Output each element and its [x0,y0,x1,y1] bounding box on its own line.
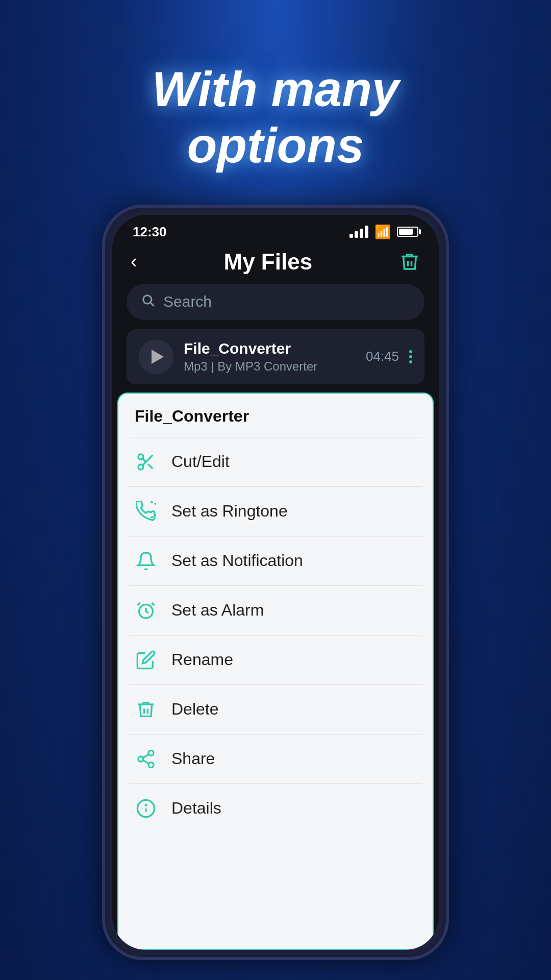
menu-item-set-alarm-label: Set as Alarm [171,601,264,620]
svg-point-8 [145,552,146,554]
phone-screen: 12:30 📶 ‹ My Files [112,215,439,950]
play-button[interactable] [139,339,173,374]
file-name: File_Converter [184,340,356,357]
menu-item-details-label: Details [171,799,221,818]
page-title: My Files [224,249,313,275]
menu-item-set-ringtone[interactable]: Set as Ringtone [118,487,433,536]
search-bar[interactable]: Search [127,284,424,320]
play-icon [152,350,164,364]
headline-line2: options [187,118,364,173]
svg-line-5 [148,464,153,469]
menu-item-set-notification-label: Set as Notification [171,551,303,570]
svg-line-1 [151,303,154,306]
delete-icon[interactable] [399,250,420,274]
file-list-item[interactable]: File_Converter Mp3 | By MP3 Converter 04… [127,329,424,384]
svg-point-13 [138,756,143,762]
menu-item-cut-edit-label: Cut/Edit [171,452,230,471]
svg-line-6 [143,458,146,461]
search-icon [141,293,155,311]
menu-item-rename[interactable]: Rename [118,635,433,684]
menu-item-cut-edit[interactable]: Cut/Edit [118,437,433,486]
search-placeholder: Search [163,293,212,310]
menu-item-set-alarm[interactable]: Set as Alarm [118,586,433,635]
scissors-icon [135,452,157,472]
info-icon [135,798,157,819]
signal-icon [349,226,368,238]
share-icon [135,749,157,769]
svg-line-15 [143,760,148,764]
back-button[interactable]: ‹ [131,251,137,273]
bell-icon [135,551,157,571]
battery-icon [397,227,418,237]
context-menu: File_Converter Cut/Edit [117,393,434,950]
context-menu-title: File_Converter [118,394,433,437]
phone-frame: 12:30 📶 ‹ My Files [102,205,449,960]
trash-icon [135,699,157,720]
menu-item-share[interactable]: Share [118,734,433,783]
svg-point-0 [143,295,152,303]
file-info: File_Converter Mp3 | By MP3 Converter [184,340,356,374]
time: 12:30 [133,224,167,240]
menu-item-set-ringtone-label: Set as Ringtone [171,502,288,521]
menu-item-set-notification[interactable]: Set as Notification [118,536,433,585]
alarm-icon [135,600,157,621]
svg-line-16 [143,754,148,758]
svg-point-3 [138,464,143,470]
wifi-icon: 📶 [374,224,391,240]
svg-point-2 [138,454,143,459]
more-options-button[interactable] [409,350,412,363]
file-duration: 04:45 [366,349,399,364]
svg-point-14 [148,762,154,767]
status-icons: 📶 [349,224,418,240]
menu-item-delete-label: Delete [171,700,219,719]
headline-line1: With many [152,62,399,116]
svg-line-10 [137,603,140,605]
menu-item-delete[interactable]: Delete [118,685,433,734]
app-bar: ‹ My Files [112,244,439,284]
menu-item-share-label: Share [171,749,215,768]
phone-icon [135,501,157,522]
svg-point-12 [148,750,154,755]
menu-item-rename-label: Rename [171,650,233,669]
menu-item-details[interactable]: Details [118,784,433,833]
headline: With many options [152,31,399,174]
status-bar: 12:30 📶 [112,215,439,244]
file-meta: Mp3 | By MP3 Converter [184,359,356,374]
pencil-icon [135,650,157,670]
svg-line-11 [152,603,155,605]
